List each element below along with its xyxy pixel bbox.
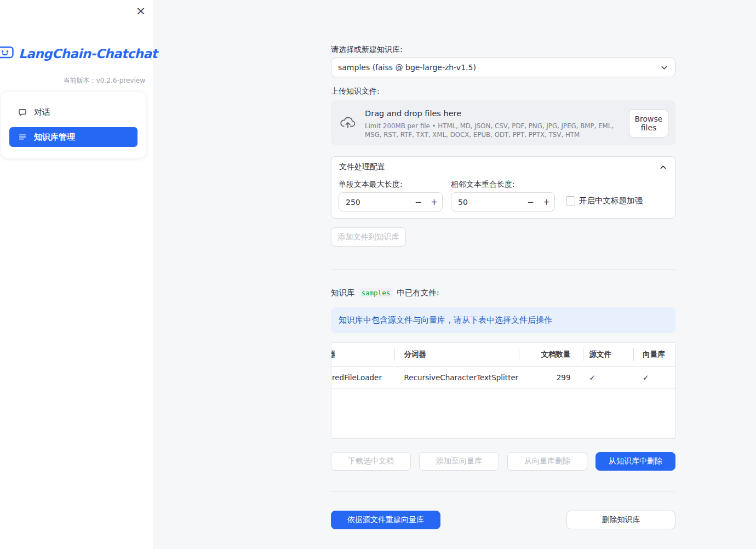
file-config-expander: 文件处理配置 单段文本最大长度: 相邻文本重合长度: 250 − + 50 − … — [331, 156, 675, 219]
menu-item-label: 对话 — [34, 107, 50, 118]
add-files-button[interactable]: 添加文件到知识库 — [331, 227, 406, 247]
table-header-row: 器 分词器 文档数量 源文件 向量库 — [331, 343, 675, 367]
chunk-size-increment-button[interactable]: + — [426, 193, 442, 211]
add-to-vector-store-button[interactable]: 添加至向量库 — [419, 452, 499, 471]
dropzone-title: Drag and drop files here — [365, 109, 461, 118]
sidebar-item-dialogue[interactable]: 对话 — [9, 102, 138, 122]
sidebar-item-knowledge-base[interactable]: 知识库管理 — [9, 127, 138, 147]
logo-text: LangChain-Chatchat — [19, 47, 157, 61]
existing-suffix: 中已有文件: — [397, 288, 439, 298]
cell-splitter: RecursiveCharacterTextSplitter — [394, 367, 519, 388]
cell-loader: redFileLoader — [331, 367, 394, 388]
cell-source-check: ✓ — [583, 367, 634, 388]
sidebar-menu: 对话 知识库管理 — [1, 92, 146, 158]
sidebar-close-button[interactable]: × — [133, 2, 149, 19]
delete-from-vector-store-button[interactable]: 从向量库删除 — [507, 452, 587, 471]
overlap-input: 50 − + — [451, 192, 555, 211]
chunk-size-label: 单段文本最大长度: — [339, 180, 403, 190]
cloud-upload-icon — [339, 115, 357, 129]
col-header-docs-count: 文档数量 — [519, 343, 583, 366]
existing-prefix: 知识库 — [331, 288, 355, 298]
chunk-size-input: 250 − + — [339, 192, 443, 211]
expander-title: 文件处理配置 — [339, 162, 385, 172]
main-content: 请选择或新建知识库: samples (faiss @ bge-large-zh… — [153, 0, 756, 549]
kb-name-code: samples — [359, 288, 393, 298]
menu-item-label: 知识库管理 — [34, 132, 75, 142]
overlap-decrement-button[interactable]: − — [523, 193, 539, 211]
version-text: 当前版本：v0.2.6-preview — [64, 76, 145, 85]
overlap-label: 相邻文本重合长度: — [451, 180, 515, 190]
logo-chat-icon — [0, 46, 14, 61]
app-window: × LangChain-Chatchat 当前版本：v0.2.6-preview — [0, 0, 756, 549]
chunk-size-decrement-button[interactable]: − — [410, 193, 426, 211]
upload-label: 上传知识文件: — [331, 87, 380, 96]
divider — [331, 269, 675, 270]
overlap-increment-button[interactable]: + — [539, 193, 554, 211]
chevron-up-icon — [659, 163, 667, 171]
chunk-size-value[interactable]: 250 — [339, 198, 410, 207]
dropzone-hint: Limit 200MB per file • HTML, MD, JSON, C… — [365, 122, 628, 139]
info-banner: 知识库中包含源文件与向量库，请从下表中选择文件后操作 — [331, 307, 675, 333]
download-selected-button[interactable]: 下载选中文档 — [331, 452, 411, 471]
kb-select-value: samples (faiss @ bge-large-zh-v1.5) — [338, 63, 476, 72]
info-text: 知识库中包含源文件与向量库，请从下表中选择文件后操作 — [339, 315, 552, 325]
clipped-header-text: 器 — [331, 350, 336, 359]
list-icon — [18, 133, 27, 141]
file-dropzone[interactable]: Drag and drop files here Limit 200MB per… — [331, 100, 675, 145]
delete-from-kb-button[interactable]: 从知识库中删除 — [595, 452, 675, 471]
table-row[interactable]: redFileLoader RecursiveCharacterTextSpli… — [331, 367, 675, 389]
browse-files-button[interactable]: Browse files — [629, 109, 668, 138]
delete-kb-button[interactable]: 删除知识库 — [566, 511, 675, 529]
zh-title-enhance-label: 开启中文标题加强 — [579, 196, 643, 206]
chat-icon — [18, 108, 27, 117]
expander-header[interactable]: 文件处理配置 — [331, 157, 675, 178]
app-logo: LangChain-Chatchat — [0, 46, 153, 61]
chevron-down-icon — [660, 64, 668, 72]
overlap-value[interactable]: 50 — [451, 198, 523, 207]
col-header-vector-store: 向量库 — [633, 343, 675, 366]
col-header-loader-partial: 器 — [331, 343, 394, 366]
close-icon: × — [136, 4, 146, 18]
cell-docs-count: 299 — [519, 367, 583, 388]
col-header-source-file: 源文件 — [583, 343, 634, 366]
kb-select-label: 请选择或新建知识库: — [331, 45, 403, 55]
zh-title-enhance-checkbox[interactable] — [566, 196, 575, 205]
col-header-splitter: 分词器 — [394, 343, 519, 366]
divider — [331, 491, 675, 492]
rebuild-vector-store-button[interactable]: 依据源文件重建向量库 — [331, 511, 440, 529]
kb-select[interactable]: samples (faiss @ bge-large-zh-v1.5) — [331, 58, 675, 77]
sidebar: × LangChain-Chatchat 当前版本：v0.2.6-preview — [0, 0, 153, 549]
existing-files-heading: 知识库 samples 中已有文件: — [331, 288, 439, 298]
cell-vector-check: ✓ — [633, 367, 675, 388]
files-table: 器 分词器 文档数量 源文件 向量库 redFileLoader Recursi… — [331, 342, 675, 439]
